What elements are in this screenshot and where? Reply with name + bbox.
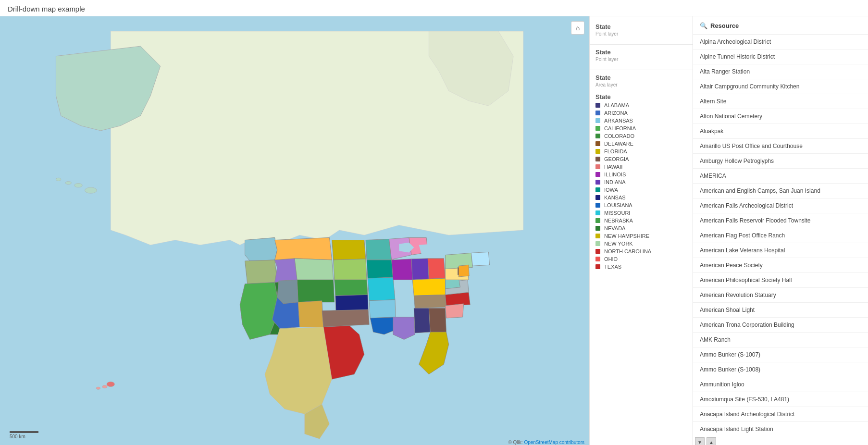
legend-group-state-point-2: State Point layer bbox=[590, 47, 693, 65]
legend-item[interactable]: ARKANSAS bbox=[590, 117, 693, 124]
resource-item[interactable]: American Philosophical Society Hall bbox=[693, 273, 868, 288]
legend-color-swatch bbox=[595, 257, 600, 261]
legend-item[interactable]: IOWA bbox=[590, 186, 693, 194]
legend-item[interactable]: NEW HAMPSHIRE bbox=[590, 232, 693, 240]
resource-item[interactable]: Ammunition Igloo bbox=[693, 377, 868, 392]
legend-item[interactable]: NEW YORK bbox=[590, 240, 693, 247]
home-button[interactable]: ⌂ bbox=[571, 21, 584, 35]
legend-item[interactable]: NEVADA bbox=[590, 224, 693, 232]
resource-item[interactable]: American Falls Reservoir Flooded Townsit… bbox=[693, 213, 868, 228]
resource-item[interactable]: AMERICA bbox=[693, 169, 868, 184]
legend-item[interactable]: NORTH CAROLINA bbox=[590, 247, 693, 255]
legend-state-label: State bbox=[590, 90, 693, 101]
scroll-down-button[interactable]: ▼ bbox=[695, 437, 705, 445]
legend-item[interactable]: COLORADO bbox=[590, 132, 693, 140]
osm-link[interactable]: OpenStreetMap contributors bbox=[524, 440, 584, 445]
legend-item[interactable]: ILLINOIS bbox=[590, 171, 693, 178]
legend-subtitle-2: Point layer bbox=[590, 57, 693, 65]
resource-item[interactable]: American Trona Corporation Building bbox=[693, 318, 868, 333]
resource-item[interactable]: American Shoal Light bbox=[693, 303, 868, 318]
legend-color-swatch bbox=[595, 157, 600, 161]
resource-panel[interactable]: 🔍 Resource Alpina Archeological District… bbox=[693, 16, 868, 445]
legend-color-swatch bbox=[595, 234, 600, 238]
resource-item[interactable]: Alpina Archeological District bbox=[693, 35, 868, 49]
resource-item[interactable]: Alta Ranger Station bbox=[693, 64, 868, 79]
legend-item[interactable]: ALABAMA bbox=[590, 101, 693, 109]
resource-item[interactable]: Amoxiumqua Site (FS-530, LA481) bbox=[693, 392, 868, 407]
legend-item[interactable]: TEXAS bbox=[590, 263, 693, 271]
legend-color-swatch bbox=[595, 241, 600, 246]
resource-item[interactable]: American Flag Post Office Ranch bbox=[693, 228, 868, 243]
legend-color-swatch bbox=[595, 149, 600, 154]
resource-item[interactable]: American Peace Society bbox=[693, 258, 868, 273]
legend-item-label: NEBRASKA bbox=[604, 218, 633, 223]
legend-item-label: GEORGIA bbox=[604, 156, 629, 162]
resource-item[interactable]: Amarillo US Post Office and Courthouse bbox=[693, 139, 868, 154]
legend-item-label: OHIO bbox=[604, 256, 618, 262]
legend-item[interactable]: GEORGIA bbox=[590, 155, 693, 163]
legend-item[interactable]: DELAWARE bbox=[590, 140, 693, 148]
resource-item[interactable]: American and English Camps, San Juan Isl… bbox=[693, 184, 868, 198]
legend-item[interactable]: INDIANA bbox=[590, 178, 693, 186]
legend-item-label: DELAWARE bbox=[604, 141, 633, 147]
resource-item[interactable]: Amburgy Hollow Petroglyphs bbox=[693, 154, 868, 169]
scroll-up-button[interactable]: ▲ bbox=[707, 437, 716, 445]
legend-color-swatch bbox=[595, 203, 600, 208]
resource-item[interactable]: American Revolution Statuary bbox=[693, 288, 868, 303]
map-attribution: © Qlik: OpenStreetMap contributors bbox=[508, 440, 584, 445]
legend-color-swatch bbox=[595, 180, 600, 185]
svg-point-1 bbox=[85, 187, 97, 193]
map-scale: 500 km bbox=[10, 431, 38, 439]
legend-item[interactable]: NEBRASKA bbox=[590, 217, 693, 224]
app-title: Drill-down map example bbox=[0, 0, 868, 16]
legend-item-label: IOWA bbox=[604, 187, 618, 193]
legend-item[interactable]: OHIO bbox=[590, 255, 693, 263]
legend-color-swatch bbox=[595, 172, 600, 177]
map-container[interactable]: ⌂ 500 km © Qlik: OpenStreetMap contribut… bbox=[0, 16, 589, 445]
legend-group-state-area: State Area layer State ALABAMAARIZONAARK… bbox=[590, 72, 693, 271]
svg-point-6 bbox=[102, 385, 107, 388]
legend-item-label: INDIANA bbox=[604, 179, 626, 185]
legend-item-label: HAWAII bbox=[604, 164, 622, 170]
legend-item[interactable]: ARIZONA bbox=[590, 109, 693, 117]
resource-item[interactable]: AMK Ranch bbox=[693, 333, 868, 347]
legend-title-1: State bbox=[590, 21, 693, 31]
legend-color-swatch bbox=[595, 226, 600, 231]
legend-title-3: State bbox=[590, 72, 693, 82]
resource-item[interactable]: Alton National Cemetery bbox=[693, 109, 868, 124]
legend-item[interactable]: LOUISIANA bbox=[590, 201, 693, 209]
legend-item-label: TEXAS bbox=[604, 264, 621, 270]
resource-item[interactable]: Altair Campground Community Kitchen bbox=[693, 79, 868, 94]
resource-item[interactable]: Ammo Bunker (S-1007) bbox=[693, 347, 868, 362]
svg-point-7 bbox=[96, 387, 100, 389]
resource-item[interactable]: Ammo Bunker (S-1008) bbox=[693, 362, 868, 377]
legend-item[interactable]: MISSOURI bbox=[590, 209, 693, 217]
legend-color-swatch bbox=[595, 164, 600, 169]
legend-item-label: CALIFORNIA bbox=[604, 125, 636, 131]
legend-item-label: ALABAMA bbox=[604, 102, 629, 108]
resource-item[interactable]: Altern Site bbox=[693, 94, 868, 109]
legend-panel: State Point layer State Point layer Stat… bbox=[590, 16, 693, 445]
resource-item[interactable]: Anacapa Island Light Station bbox=[693, 422, 868, 437]
resource-item[interactable]: Alpine Tunnel Historic District bbox=[693, 49, 868, 64]
legend-item-label: NEW YORK bbox=[604, 241, 633, 247]
legend-item-label: KANSAS bbox=[604, 195, 626, 200]
legend-color-swatch bbox=[595, 210, 600, 215]
legend-color-swatch bbox=[595, 187, 600, 192]
legend-subtitle-1: Point layer bbox=[590, 31, 693, 39]
legend-item[interactable]: CALIFORNIA bbox=[590, 124, 693, 132]
resource-item[interactable]: Aluakpak bbox=[693, 124, 868, 139]
legend-item[interactable]: HAWAII bbox=[590, 163, 693, 171]
legend-item-label: MISSOURI bbox=[604, 210, 630, 216]
legend-item[interactable]: KANSAS bbox=[590, 194, 693, 201]
legend-color-swatch bbox=[595, 141, 600, 146]
resource-item[interactable]: American Falls Archeological District bbox=[693, 198, 868, 213]
legend-title-2: State bbox=[590, 47, 693, 57]
legend-color-swatch bbox=[595, 134, 600, 138]
legend-items-list: ALABAMAARIZONAARKANSASCALIFORNIACOLORADO… bbox=[590, 101, 693, 271]
resource-item[interactable]: American Lake Veterans Hospital bbox=[693, 243, 868, 258]
legend-color-swatch bbox=[595, 126, 600, 131]
legend-color-swatch bbox=[595, 103, 600, 108]
legend-item[interactable]: FLORIDA bbox=[590, 148, 693, 155]
resource-item[interactable]: Anacapa Island Archeological District bbox=[693, 407, 868, 422]
